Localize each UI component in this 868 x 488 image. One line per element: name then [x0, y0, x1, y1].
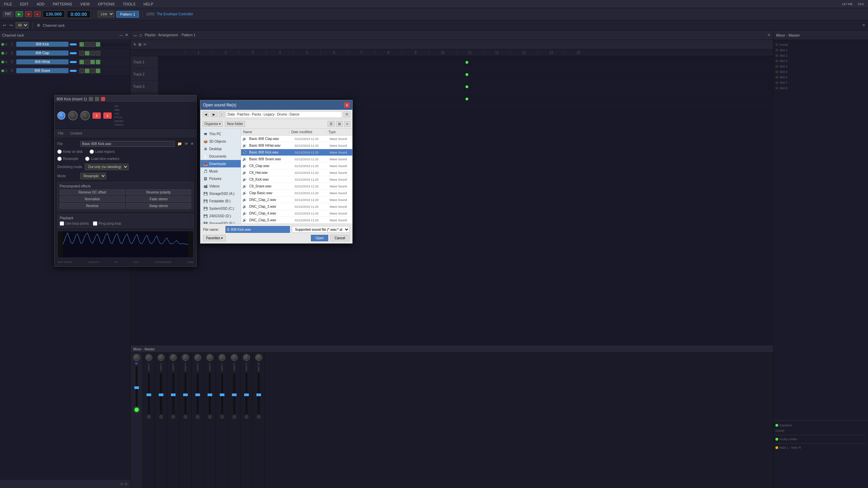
channel-3-active[interactable] [1, 61, 4, 63]
col-name[interactable]: Name [241, 130, 289, 134]
menu-file[interactable]: FILE [3, 1, 13, 7]
insert-10-pan[interactable] [255, 354, 262, 361]
channel-1-mute[interactable] [5, 43, 7, 46]
bc-data[interactable]: Data [228, 113, 235, 116]
channel-2-active[interactable] [1, 52, 4, 55]
declicking-select[interactable]: Out only (no bleeding) [85, 164, 129, 170]
insert-6-led[interactable] [208, 415, 212, 419]
file-item-1[interactable]: 🔊 Basic 808 HiHat.wav 01/12/2019 11:20 W… [241, 142, 352, 149]
plugin-track-display[interactable]: 1 [103, 113, 112, 119]
menu-options[interactable]: OPTIONS [97, 1, 116, 7]
nav-refresh[interactable]: ⟳ [343, 111, 350, 117]
channel-1-patterns[interactable] [78, 42, 129, 47]
dialog-filename-input[interactable] [225, 226, 290, 233]
organise-btn[interactable]: Organise ▾ [202, 121, 223, 127]
nav-back[interactable]: ◀ [202, 111, 209, 117]
nav-up[interactable]: ↑ [219, 111, 224, 117]
channel-4-vol[interactable] [70, 70, 77, 72]
sidebar-documents[interactable]: 📄 Documents [200, 152, 241, 160]
insert-10-led[interactable] [257, 415, 261, 419]
pat-btn[interactable] [85, 51, 90, 56]
arr-tool-3[interactable]: ✂ [143, 42, 146, 47]
sidebar-storage-a[interactable]: 💾 StorageSSD (A:) [200, 190, 241, 197]
pat-btn[interactable] [96, 68, 100, 73]
load-slice-radio[interactable] [85, 157, 90, 161]
resample-radio[interactable] [57, 157, 62, 161]
sidebar-downloads[interactable]: 📥 Downloads [200, 160, 241, 167]
playlist-maximize[interactable]: □ [140, 33, 142, 37]
channel-3-vol[interactable] [70, 61, 77, 63]
channel-4-name[interactable]: 808 Snare [16, 68, 68, 73]
pattern-button[interactable]: Pattern 1 [116, 11, 139, 18]
bc-drums[interactable]: Drums [277, 113, 287, 116]
file-item-0[interactable]: 🔊 Basic 808 Clap.wav 01/12/2019 11:20 Wa… [241, 136, 352, 142]
bc-dance[interactable]: Dance [290, 113, 299, 116]
sidebar-desktop[interactable]: 🖥 Desktop [200, 145, 241, 152]
insert-2-pan[interactable] [158, 354, 164, 361]
ping-pong-checkbox[interactable] [93, 221, 97, 226]
channel-1-vol[interactable] [70, 43, 77, 45]
pat-btn[interactable] [85, 68, 90, 73]
playlist-minimize[interactable]: — [133, 33, 137, 37]
channel-3-mute[interactable] [5, 61, 7, 63]
redo-btn[interactable]: ↪ [9, 23, 13, 28]
sidebar-festplatte[interactable]: 💾 Festplatte (B:) [200, 197, 241, 205]
view-small-btn[interactable]: ≡ [344, 121, 350, 127]
filetype-select[interactable]: Supported sound file (*.wav;*.al [292, 226, 350, 233]
insert-5-fader[interactable] [195, 393, 200, 396]
track-2-content[interactable] [158, 68, 773, 80]
insert-9-pan[interactable] [243, 354, 250, 361]
bpm-display[interactable]: 130.000 [43, 11, 65, 18]
undo-btn[interactable]: ↩ [3, 23, 6, 28]
channel-1-name[interactable]: 808 Kick [16, 42, 68, 47]
channel-rack-label[interactable]: Channel rack [43, 23, 65, 27]
insert-4-led[interactable] [183, 415, 188, 419]
arr-tool-2[interactable]: ⊞ [138, 42, 141, 47]
file-item-5[interactable]: 🔊 C8_Hat.wav 01/12/2019 11:20 Wave Sound [241, 169, 352, 176]
channel-3-name[interactable]: 808 HiHat [16, 59, 68, 64]
col-date[interactable]: Date modified [289, 130, 327, 134]
pat-btn[interactable] [90, 60, 95, 64]
arr-tool-1[interactable]: ✎ [133, 42, 136, 47]
plugin-main-icon[interactable] [57, 111, 65, 120]
channel-rack-minimize[interactable]: — [119, 33, 123, 37]
insert-7-led[interactable] [220, 415, 224, 419]
load-regions-radio[interactable] [90, 149, 94, 154]
dialog-close-btn[interactable]: ✕ [344, 102, 350, 108]
file-item-2[interactable]: 🔊 Basic 808 Kick.wav 01/12/2019 11:20 Wa… [241, 149, 352, 156]
favorites-btn[interactable]: Favorites ▾ [203, 235, 226, 241]
swap-stereo-btn[interactable]: Swap stereo [126, 203, 192, 209]
tab-content[interactable]: Content [69, 131, 83, 136]
stop-button[interactable]: ■ [25, 11, 32, 17]
bc-legacy[interactable]: Legacy [264, 113, 275, 116]
channel-rack-icon[interactable]: ⊞ [37, 23, 40, 27]
file-item-6[interactable]: 🔊 C8_Kick.wav 01/12/2019 11:20 Wave Soun… [241, 176, 352, 183]
insert-9-fader[interactable] [244, 393, 249, 396]
file-item-10[interactable]: 🔊 DNC_Clap_3.wav 01/12/2019 11:20 Wave S… [241, 203, 352, 210]
controller-name[interactable]: The Envelope Controller [157, 12, 193, 16]
insert-5-led[interactable] [196, 415, 200, 419]
pat-btn[interactable] [96, 42, 100, 47]
insert-2-led[interactable] [159, 415, 163, 419]
channel-2-mute[interactable] [5, 52, 7, 55]
file-item-7[interactable]: 🔊 C8_Snare.wav 01/12/2019 11:20 Wave Sou… [241, 183, 352, 190]
close-channel-rack[interactable]: ✕ [862, 23, 865, 27]
sidebar-music[interactable]: 🎵 Music [200, 167, 241, 175]
insert-1-led[interactable] [147, 415, 151, 419]
pat-btn[interactable] [90, 68, 95, 73]
playlist-pattern[interactable]: Pattern 1 [182, 33, 196, 37]
insert-10-fader[interactable] [256, 393, 261, 396]
pat-btn[interactable] [79, 60, 84, 64]
master-pan-knob[interactable] [133, 354, 140, 361]
insert-8-fader[interactable] [232, 393, 237, 396]
pat-btn[interactable] [79, 68, 84, 73]
plugin-vol-knob[interactable] [80, 111, 90, 120]
cancel-btn[interactable]: Cancel [330, 235, 350, 241]
insert-8-pan[interactable] [231, 354, 238, 361]
pat-btn[interactable] [79, 51, 84, 56]
channel-1-active[interactable] [1, 43, 4, 46]
channel-4-active[interactable] [1, 69, 4, 72]
insert-8-led[interactable] [232, 415, 236, 419]
insert-3-pan[interactable] [170, 354, 177, 361]
sidebar-system-c[interactable]: 💾 SystemSSD (C:) [200, 205, 241, 212]
